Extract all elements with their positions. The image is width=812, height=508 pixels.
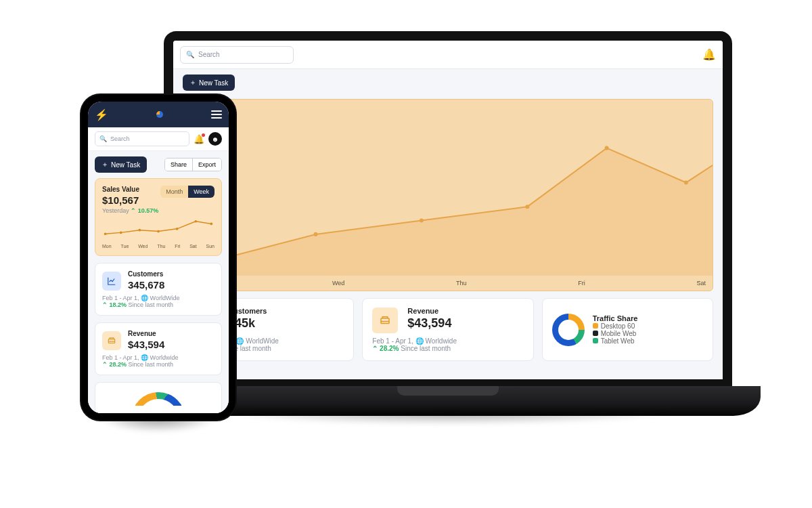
globe-icon: 🌐 bbox=[235, 337, 244, 345]
x-tick: Wed bbox=[138, 244, 148, 249]
new-task-label: New Task bbox=[199, 79, 228, 87]
sub-label: Yesterday bbox=[102, 207, 129, 214]
x-tick: Sat bbox=[189, 244, 197, 249]
scope-label: Worldwide bbox=[425, 337, 457, 345]
x-tick: Sun bbox=[206, 244, 215, 249]
cash-register-icon bbox=[102, 331, 121, 350]
traffic-share-card bbox=[95, 382, 222, 413]
search-icon: 🔍 bbox=[186, 51, 194, 58]
search-placeholder: Search bbox=[110, 135, 130, 142]
traffic-donut-chart bbox=[552, 314, 585, 346]
svg-point-13 bbox=[210, 223, 213, 226]
sales-value-chart bbox=[183, 124, 713, 276]
x-tick: Thu bbox=[456, 280, 467, 287]
date-range: Feb 1 - Apr 1, bbox=[372, 337, 413, 345]
svg-point-9 bbox=[138, 229, 141, 232]
x-tick: Thu bbox=[157, 244, 165, 249]
globe-icon: 🌐 bbox=[141, 295, 148, 301]
delta-value: 18.2% bbox=[110, 301, 127, 308]
x-tick: Mon bbox=[102, 244, 112, 249]
traffic-title: Traffic Share bbox=[593, 314, 703, 322]
customers-value: 345,678 bbox=[128, 279, 164, 291]
delta-label: Since last month bbox=[129, 301, 174, 308]
delta-value: 10.57% bbox=[138, 207, 159, 214]
scope-label: WorldWide bbox=[150, 295, 180, 301]
customers-title: Customers bbox=[128, 270, 164, 278]
svg-point-1 bbox=[314, 232, 318, 236]
globe-icon: 🌐 bbox=[141, 354, 148, 361]
bolt-icon: ⚡ bbox=[95, 108, 108, 121]
laptop-topbar: 🔍 Search 🔔 bbox=[173, 41, 723, 69]
svg-point-3 bbox=[525, 205, 529, 209]
svg-point-12 bbox=[194, 220, 197, 223]
revenue-title: Revenue bbox=[128, 330, 164, 337]
sales-mini-chart bbox=[102, 214, 215, 241]
laptop-mockup: 🔍 Search 🔔 ＋ New Task Sales Value bbox=[164, 31, 732, 416]
search-input[interactable]: 🔍 Search bbox=[180, 46, 294, 64]
toggle-month[interactable]: Month bbox=[160, 186, 188, 198]
sales-title: Sales Value bbox=[102, 186, 158, 193]
new-task-button[interactable]: ＋ New Task bbox=[183, 75, 235, 91]
laptop-screen: 🔍 Search 🔔 ＋ New Task Sales Value bbox=[173, 41, 723, 379]
search-icon: 🔍 bbox=[99, 135, 107, 142]
legend-item: Tablet Web bbox=[593, 337, 703, 345]
chart-icon bbox=[102, 272, 121, 291]
chart-x-axis: Tue Wed Thu Fri Sat bbox=[210, 280, 706, 287]
date-range: Feb 1 - Apr 1, bbox=[102, 295, 139, 301]
toggle-week[interactable]: Week bbox=[188, 186, 215, 198]
sales-value: $10,567 bbox=[102, 194, 158, 206]
date-range: Feb 1 - Apr 1, bbox=[102, 354, 139, 361]
svg-point-11 bbox=[176, 228, 179, 230]
period-toggle: Month Week bbox=[160, 186, 215, 198]
plus-icon: ＋ bbox=[102, 160, 108, 169]
svg-rect-14 bbox=[108, 339, 114, 343]
avatar[interactable]: ☻ bbox=[208, 132, 222, 146]
x-tick: Sat bbox=[696, 280, 706, 287]
new-task-label: New Task bbox=[111, 161, 140, 169]
share-button[interactable]: Share bbox=[165, 158, 192, 171]
menu-button[interactable] bbox=[211, 110, 222, 119]
traffic-donut-chart bbox=[131, 392, 185, 413]
legend-item: Mobile Web bbox=[593, 330, 703, 337]
svg-point-2 bbox=[420, 218, 424, 222]
svg-point-7 bbox=[104, 232, 107, 235]
x-tick: Wed bbox=[332, 280, 344, 287]
cash-register-icon bbox=[372, 308, 398, 333]
revenue-title: Revenue bbox=[407, 307, 451, 315]
x-tick: Tue bbox=[120, 244, 129, 249]
delta-label: Since last month bbox=[129, 361, 174, 368]
revenue-value: $43,594 bbox=[407, 316, 451, 331]
globe-icon: 🌐 bbox=[415, 337, 424, 345]
delta-value: 28.2% bbox=[110, 361, 127, 368]
delta-label: Since last month bbox=[401, 345, 451, 352]
phone-mockup: ⚡ 🔍 Search 🔔 ☻ ＋ New Task Share Export bbox=[81, 95, 235, 420]
new-task-button[interactable]: ＋ New Task bbox=[95, 156, 147, 173]
svg-point-8 bbox=[120, 232, 122, 234]
search-placeholder: Search bbox=[198, 51, 220, 58]
sales-value-chart-card: Sales Value Tue Wed Thu bbox=[183, 99, 713, 291]
scope-label: WorldWide bbox=[246, 337, 279, 345]
phone-screen: ⚡ 🔍 Search 🔔 ☻ ＋ New Task Share Export bbox=[88, 102, 229, 413]
bell-icon[interactable]: 🔔 bbox=[702, 48, 716, 61]
revenue-card: Revenue $43,594 Feb 1 - Apr 1, 🌐 Worldwi… bbox=[95, 322, 222, 375]
customers-card: Customers 345,678 Feb 1 - Apr 1, 🌐 World… bbox=[95, 263, 222, 316]
phone-navbar: ⚡ bbox=[88, 102, 229, 127]
mini-chart-x-axis: Mon Tue Wed Thu Fri Sat Sun bbox=[102, 244, 215, 249]
traffic-share-card: Traffic Share Desktop 60 Mobile Web Tabl… bbox=[542, 298, 713, 361]
phone-topbar: 🔍 Search 🔔 ☻ bbox=[88, 127, 229, 151]
sales-value-card: Sales Value $10,567 Yesterday ⌃ 10.57% M… bbox=[95, 178, 222, 256]
svg-point-5 bbox=[684, 180, 688, 184]
export-button[interactable]: Export bbox=[192, 158, 221, 171]
legend-item: Desktop 60 bbox=[593, 322, 703, 330]
svg-point-10 bbox=[157, 230, 160, 233]
search-input[interactable]: 🔍 Search bbox=[95, 131, 189, 146]
caret-up-icon: ⌃ bbox=[131, 207, 136, 214]
phone-actionbar: ＋ New Task Share Export bbox=[88, 151, 229, 178]
bell-icon[interactable]: 🔔 bbox=[194, 134, 204, 144]
caret-up-icon: ⌃ bbox=[372, 345, 378, 352]
laptop-subbar: ＋ New Task bbox=[173, 69, 723, 96]
caret-up-icon: ⌃ bbox=[102, 361, 108, 368]
chart-title: Sales Value bbox=[194, 108, 702, 117]
delta-value: 28.2% bbox=[380, 345, 399, 352]
caret-up-icon: ⌃ bbox=[102, 301, 108, 308]
